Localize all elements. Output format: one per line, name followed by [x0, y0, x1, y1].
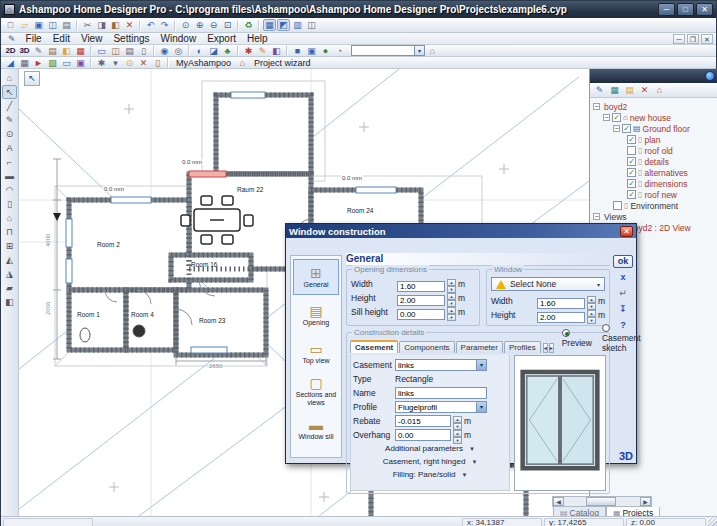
polyline-tool[interactable]: ✎: [2, 113, 17, 127]
value-input[interactable]: [395, 429, 451, 441]
doc-icon[interactable]: ▯: [151, 57, 164, 69]
minimize-button[interactable]: ─: [658, 3, 675, 16]
edit-icon[interactable]: ✎: [593, 84, 606, 96]
print-icon[interactable]: ▤: [60, 19, 73, 31]
dimension-tool[interactable]: ⌐: [2, 155, 17, 169]
expander-icon[interactable]: [603, 114, 610, 121]
mdi-minimize-button[interactable]: ─: [673, 34, 685, 44]
close-button[interactable]: ✕: [696, 3, 713, 16]
column-icon[interactable]: ▯: [137, 45, 150, 57]
dormer-tool[interactable]: ◮: [2, 267, 17, 281]
toolbar-combobox[interactable]: ▾: [351, 45, 425, 56]
value-input[interactable]: [397, 309, 445, 320]
checkbox[interactable]: [627, 146, 636, 155]
tree-item-plan[interactable]: ▯ plan: [591, 134, 717, 145]
door-tool[interactable]: ⊓: [2, 225, 17, 239]
tab-profiles[interactable]: Profiles: [504, 341, 541, 353]
apply-button[interactable]: ↧: [615, 303, 631, 316]
menu-window[interactable]: Window: [156, 33, 202, 45]
view-tile-icon[interactable]: ◫: [305, 19, 318, 31]
value-input[interactable]: [537, 312, 585, 323]
tree-item-boyd2[interactable]: boyd2: [591, 101, 717, 112]
ok-button[interactable]: ok: [613, 255, 633, 268]
dialog-title-bar[interactable]: Window construction ✕: [286, 224, 636, 238]
menu-settings[interactable]: Settings: [108, 33, 154, 45]
checkbox[interactable]: [627, 168, 636, 177]
paint-tool[interactable]: ◧: [2, 295, 17, 309]
separator[interactable]: [153, 45, 155, 56]
separator[interactable]: [90, 45, 92, 56]
checkbox[interactable]: [627, 135, 636, 144]
tree-item-views[interactable]: Views: [591, 211, 717, 222]
zoom-out-icon[interactable]: ⊖: [207, 19, 220, 31]
spinner[interactable]: ▲▼: [447, 293, 456, 304]
redo-icon[interactable]: ↷: [158, 19, 171, 31]
myashampoo-button[interactable]: MyAshampoo: [172, 58, 235, 68]
checkbox[interactable]: [627, 179, 636, 188]
menu-view[interactable]: View: [76, 33, 108, 45]
tab-scroll-right-icon[interactable]: ▸: [549, 343, 554, 353]
tree-item-environment[interactable]: ▯ Environment: [591, 200, 717, 211]
value-input[interactable]: [395, 415, 451, 427]
save-icon[interactable]: ▣: [32, 19, 45, 31]
expander-filling-pane-solid[interactable]: Filling: Pane/solid ▼: [353, 468, 507, 481]
mdi-close-button[interactable]: ✕: [701, 34, 713, 44]
separator[interactable]: [237, 20, 239, 31]
scroll-left-icon[interactable]: ◀: [553, 497, 564, 506]
dialog-nav-window-sill[interactable]: ▬ Window sill: [293, 411, 339, 447]
separator[interactable]: [90, 57, 92, 68]
texture-icon[interactable]: ◐: [193, 45, 206, 57]
media-icon[interactable]: ▣: [74, 57, 87, 69]
material-icon[interactable]: ◪: [207, 45, 220, 57]
select-home-tool[interactable]: ⌂: [2, 71, 17, 85]
spinner[interactable]: ▲▼: [447, 279, 456, 290]
zoom-selection-icon[interactable]: ⊡: [221, 19, 234, 31]
delete-icon[interactable]: ✕: [638, 84, 651, 96]
menu-edit[interactable]: Edit: [48, 33, 75, 45]
wall-tool-icon[interactable]: ▤: [46, 45, 59, 57]
home-icon[interactable]: ⌂: [653, 84, 666, 96]
settings-icon[interactable]: ✱: [242, 45, 255, 57]
delete-icon[interactable]: ✕: [123, 19, 136, 31]
paste-icon[interactable]: ◧: [109, 19, 122, 31]
view-2d-button[interactable]: 2D: [4, 45, 17, 57]
render-icon[interactable]: ◧: [270, 45, 283, 57]
window-style-select[interactable]: Select None ▾: [491, 277, 605, 291]
tools-icon[interactable]: ✱: [95, 57, 108, 69]
stairs-icon[interactable]: ▤: [123, 45, 136, 57]
walkthrough-icon[interactable]: ◎: [172, 45, 185, 57]
project-wizard-button[interactable]: Project wizard: [250, 58, 315, 68]
menu-file[interactable]: File: [21, 33, 47, 45]
checkbox[interactable]: [627, 157, 636, 166]
wall-tool[interactable]: ▬: [2, 169, 17, 183]
flag-icon[interactable]: ►: [32, 57, 45, 69]
scrollbar-thumb[interactable]: [586, 497, 616, 506]
save-all-icon[interactable]: ◫: [46, 19, 59, 31]
dialog-nav-opening[interactable]: ▤ Opening: [293, 297, 339, 333]
tree-item-ground-floor[interactable]: ▤ Ground floor: [591, 123, 717, 134]
expander-casement-right-hinged[interactable]: Casement, right hinged ▼: [353, 455, 507, 468]
scroll-right-icon[interactable]: ▶: [640, 497, 651, 506]
chevron-down-icon[interactable]: ▾: [593, 281, 604, 288]
maximize-button[interactable]: □: [677, 3, 694, 16]
tree-item-dimensions[interactable]: ▯ dimensions: [591, 178, 717, 189]
casement-sketch-radio[interactable]: Casement sketch: [602, 323, 641, 353]
measure-tool[interactable]: ⊙: [2, 127, 17, 141]
tab-scroll-left-icon[interactable]: ◂: [543, 343, 548, 353]
roof-tool[interactable]: ◭: [2, 253, 17, 267]
project-panel-header[interactable]: [590, 69, 717, 83]
undo-icon[interactable]: ↶: [144, 19, 157, 31]
window-tool-icon[interactable]: ▭: [95, 45, 108, 57]
spinner[interactable]: ▲▼: [453, 430, 462, 441]
floating-pointer-tool[interactable]: ↖: [24, 71, 40, 86]
spinner[interactable]: ▲▼: [453, 416, 462, 427]
clock-icon[interactable]: ◔: [333, 45, 346, 57]
separator[interactable]: [139, 20, 141, 31]
tab-casement[interactable]: Casement: [350, 340, 398, 353]
chevron-down-icon[interactable]: ▾: [414, 46, 424, 55]
line-tool[interactable]: ╱: [2, 99, 17, 113]
zoom-in-icon[interactable]: ⊕: [193, 19, 206, 31]
checkbox[interactable]: [612, 113, 621, 122]
dialog-nav-top-view[interactable]: ▭ Top view: [293, 335, 339, 371]
globe-icon[interactable]: ●: [319, 45, 332, 57]
